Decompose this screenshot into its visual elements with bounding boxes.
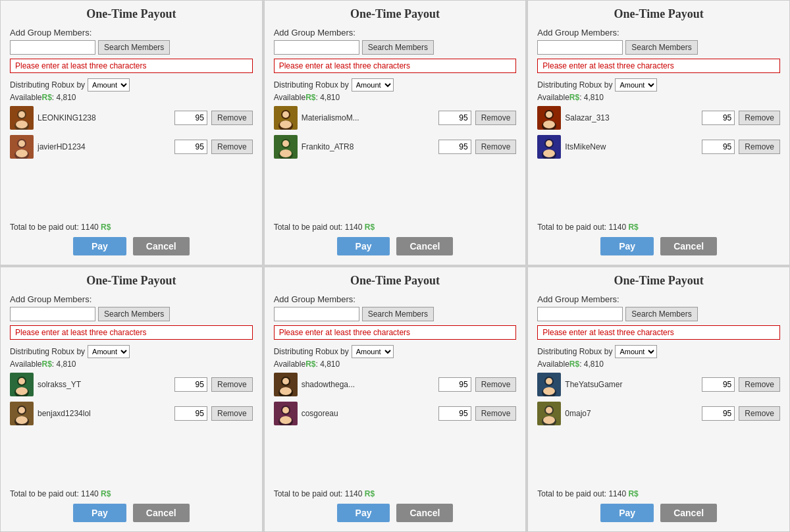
search-button[interactable]: Search Members <box>362 40 434 55</box>
error-message: Please enter at least three characters <box>10 325 253 340</box>
search-input[interactable] <box>274 307 359 321</box>
total-robux-icon: R$ <box>101 223 111 232</box>
svg-point-53 <box>546 378 552 385</box>
panel-title: One-Time Payout <box>537 7 780 21</box>
total-row: Total to be paid out: 1140 R$ <box>10 223 253 232</box>
search-input[interactable] <box>10 307 95 321</box>
action-row: Pay Cancel <box>10 504 253 522</box>
pay-button[interactable]: Pay <box>600 504 654 522</box>
svg-point-23 <box>546 111 552 118</box>
amount-input[interactable] <box>174 111 207 125</box>
distrib-label: Distributing Robux by <box>537 80 612 90</box>
add-members-label: Add Group Members: <box>10 294 253 304</box>
amount-input[interactable] <box>174 377 207 392</box>
amount-input[interactable] <box>174 140 207 154</box>
remove-button[interactable]: Remove <box>739 140 780 154</box>
remove-button[interactable]: Remove <box>475 377 517 392</box>
distrib-row: Distributing Robux by Amount <box>10 345 253 358</box>
distrib-row: Distributing Robux by Amount <box>537 345 780 358</box>
distrib-row: Distributing Robux by Amount <box>274 345 517 358</box>
member-name: 0majo7 <box>565 409 698 418</box>
remove-button[interactable]: Remove <box>475 111 517 125</box>
amount-input[interactable] <box>438 406 471 421</box>
amount-input[interactable] <box>174 406 207 421</box>
avatar <box>10 402 34 425</box>
amount-input[interactable] <box>702 140 735 154</box>
pay-button[interactable]: Pay <box>337 504 390 522</box>
search-button[interactable]: Search Members <box>362 307 434 321</box>
member-name: cosgoreau <box>302 409 434 418</box>
distrib-select[interactable]: Amount <box>88 78 130 92</box>
amount-input[interactable] <box>438 377 471 392</box>
distrib-select[interactable]: Amount <box>615 345 657 358</box>
distrib-select[interactable]: Amount <box>352 345 394 358</box>
svg-point-48 <box>282 407 289 413</box>
pay-button[interactable]: Pay <box>600 237 654 255</box>
search-input[interactable] <box>274 40 359 55</box>
robux-icon: R$ <box>305 359 315 369</box>
remove-button[interactable]: Remove <box>475 406 517 421</box>
amount-input[interactable] <box>702 111 735 125</box>
remove-button[interactable]: Remove <box>211 377 253 392</box>
search-button[interactable]: Search Members <box>625 307 697 321</box>
distrib-select[interactable]: Amount <box>88 345 130 358</box>
search-input[interactable] <box>537 40 623 55</box>
cancel-button[interactable]: Cancel <box>133 504 190 522</box>
amount-input[interactable] <box>438 140 471 154</box>
cancel-button[interactable]: Cancel <box>133 237 190 255</box>
member-name: solrakss_YT <box>38 380 171 389</box>
svg-point-3 <box>18 111 25 118</box>
search-button[interactable]: Search Members <box>625 40 697 55</box>
member-row: cosgoreau Remove <box>274 402 517 425</box>
available-row: AvailableR$: 4,810 <box>274 359 517 369</box>
svg-point-34 <box>16 387 28 395</box>
total-robux-icon: R$ <box>365 489 375 498</box>
distrib-label: Distributing Robux by <box>10 80 85 90</box>
remove-button[interactable]: Remove <box>739 111 780 125</box>
robux-icon: R$ <box>41 359 51 369</box>
member-name: Frankito_ATR8 <box>302 142 434 151</box>
svg-point-14 <box>280 120 292 128</box>
search-input[interactable] <box>10 40 95 55</box>
members-list: shadowthega... Remove cosgoreau Remove <box>274 373 517 485</box>
member-row: benjaxd1234lol Remove <box>10 402 253 425</box>
distrib-select[interactable]: Amount <box>352 78 394 92</box>
panel-title: One-Time Payout <box>274 274 517 288</box>
error-message: Please enter at least three characters <box>274 325 517 340</box>
amount-input[interactable] <box>702 406 735 421</box>
pay-button[interactable]: Pay <box>73 237 126 255</box>
remove-button[interactable]: Remove <box>739 406 780 421</box>
member-row: Salazar_313 Remove <box>537 106 780 130</box>
member-name: javierHD1234 <box>38 142 171 151</box>
cancel-button[interactable]: Cancel <box>660 504 717 522</box>
total-row: Total to be paid out: 1140 R$ <box>274 223 517 232</box>
amount-input[interactable] <box>702 377 735 392</box>
svg-point-58 <box>546 407 552 413</box>
cancel-button[interactable]: Cancel <box>396 237 453 255</box>
pay-button[interactable]: Pay <box>73 504 126 522</box>
remove-button[interactable]: Remove <box>211 406 253 421</box>
member-name: shadowthega... <box>302 380 434 389</box>
distrib-select[interactable]: Amount <box>615 78 657 92</box>
error-message: Please enter at least three characters <box>10 59 253 73</box>
search-button[interactable]: Search Members <box>98 40 170 55</box>
total-robux-icon: R$ <box>365 223 375 232</box>
action-row: Pay Cancel <box>537 237 780 255</box>
total-robux-icon: R$ <box>628 223 638 232</box>
search-button[interactable]: Search Members <box>98 307 170 321</box>
remove-button[interactable]: Remove <box>211 140 253 154</box>
error-message: Please enter at least three characters <box>274 59 517 73</box>
amount-input[interactable] <box>438 111 471 125</box>
cancel-button[interactable]: Cancel <box>396 504 453 522</box>
distrib-row: Distributing Robux by Amount <box>274 78 517 92</box>
search-input[interactable] <box>537 307 623 321</box>
remove-button[interactable]: Remove <box>475 140 517 154</box>
total-row: Total to be paid out: 1140 R$ <box>537 489 780 498</box>
error-message: Please enter at least three characters <box>537 59 780 73</box>
action-row: Pay Cancel <box>10 237 253 255</box>
cancel-button[interactable]: Cancel <box>660 237 717 255</box>
pay-button[interactable]: Pay <box>337 237 390 255</box>
remove-button[interactable]: Remove <box>211 111 253 125</box>
remove-button[interactable]: Remove <box>739 377 780 392</box>
members-list: Salazar_313 Remove ItsMikeNew Remove <box>537 106 780 219</box>
